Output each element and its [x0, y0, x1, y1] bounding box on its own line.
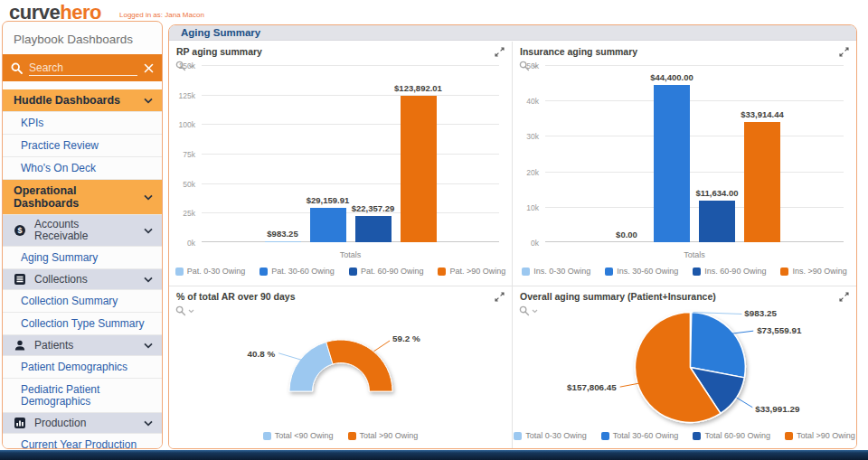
x-axis-label: Totals [545, 250, 844, 259]
sidebar-item-current-year-production[interactable]: Current Year Production [3, 434, 162, 449]
legend-item-pat-60-90-owing[interactable]: Pat. 60-90 Owing [349, 267, 424, 276]
legend-item-ins-0-30-owing[interactable]: Ins. 0-30 Owing [522, 267, 590, 276]
legend-swatch [693, 432, 701, 440]
list-icon [14, 273, 26, 286]
bar-ins-60-90-owing[interactable] [699, 201, 735, 242]
leader-line [373, 341, 390, 352]
y-tick-label: 30k [511, 132, 539, 141]
legend-swatch [349, 268, 357, 276]
y-axis: 0k25k50k75k100k125k150k [169, 65, 197, 242]
gauge-slice-over-90[interactable] [326, 340, 392, 391]
sidebar-item-label: Huddle Dashboards [14, 94, 140, 107]
pie-chart: $983.25 $73,559.91 $33,991.29 $157,806.4… [513, 286, 856, 448]
sidebar-item-patients[interactable]: Patients [3, 335, 162, 356]
gauge-slice-under-90[interactable] [289, 342, 333, 391]
sidebar-item-practice-review[interactable]: Practice Review [3, 135, 162, 157]
search-input[interactable] [29, 60, 137, 76]
sidebar-item-huddle-dashboards[interactable]: Huddle Dashboards [3, 89, 162, 112]
legend-item-pat-0-30-owing[interactable]: Pat. 0-30 Owing [175, 267, 246, 276]
sidebar-item-production[interactable]: Production [3, 413, 162, 434]
legend-swatch [263, 432, 271, 440]
legend-item-pat-90-owing[interactable]: Pat. >90 Owing [438, 267, 505, 276]
panel-insurance-aging-summary: Insurance aging summary 0k10k20k30k40k50… [513, 42, 856, 286]
sidebar-title: Playbook Dashboards [3, 22, 162, 54]
legend-item-total-60-90-owing[interactable]: Total 60-90 Owing [693, 431, 770, 440]
chevron-down-icon [144, 228, 153, 234]
legend-swatch [785, 432, 793, 440]
sidebar-item-collection-summary[interactable]: Collection Summary [3, 290, 162, 313]
legend-swatch [693, 268, 701, 276]
legend-label: Total 60-90 Owing [704, 431, 770, 440]
bar-value-label: $33,914.44 [741, 109, 784, 119]
y-tick-label: 40k [511, 97, 539, 106]
expand-icon[interactable] [495, 47, 505, 57]
leader-line [620, 383, 639, 387]
bar-value-label: $0.00 [616, 230, 637, 239]
y-tick-label: 10k [511, 203, 539, 212]
sidebar-item-label: KPIs [21, 117, 153, 129]
sidebar-item-pediatric-patient-demographics[interactable]: Pediatric Patient Demographics [3, 379, 162, 413]
legend-item-ins-60-90-owing[interactable]: Ins. 60-90 Owing [693, 267, 766, 276]
sidebar-item-kpis[interactable]: KPIs [3, 112, 162, 135]
y-tick-label: 100k [168, 120, 195, 129]
close-icon[interactable] [144, 63, 154, 73]
chart-legend: Total 0-30 OwingTotal 30-60 OwingTotal 6… [513, 431, 856, 440]
bar-pat-90-owing[interactable] [401, 96, 437, 242]
sidebar-item-operational-dashboards[interactable]: Operational Dashboards [3, 180, 162, 215]
bar-ins-90-owing[interactable] [744, 122, 780, 242]
leader-line [732, 331, 754, 333]
pie-label-over-90: $157,806.45 [567, 382, 617, 392]
legend-item-total-90-owing[interactable]: Total >90 Owing [348, 431, 419, 440]
bar-ins-30-60-owing[interactable] [654, 85, 690, 242]
gauge-label-over-90: 59.2 % [392, 333, 420, 343]
sidebar-item-collections[interactable]: Collections [3, 269, 162, 290]
sidebar-item-label: Current Year Production [21, 439, 153, 449]
legend-label: Pat. >90 Owing [449, 267, 505, 276]
chart-legend: Total <90 OwingTotal >90 Owing [169, 431, 512, 440]
chevron-down-icon [144, 420, 153, 427]
svg-text:$: $ [17, 226, 22, 235]
panel-percent-ar-over-90-days: % of total AR over 90 days 40.8 [169, 286, 513, 448]
sidebar-item-collection-type-summary[interactable]: Collection Type Summary [3, 313, 162, 335]
sidebar-item-label: Who's On Deck [21, 163, 153, 174]
legend-label: Ins. 30-60 Owing [617, 267, 678, 276]
legend-label: Total 0-30 Owing [525, 431, 587, 440]
sidebar-item-label: Collections [34, 274, 132, 286]
sidebar-item-label: Accounts Receivable [34, 219, 132, 242]
legend-item-total-90-owing[interactable]: Total <90 Owing [263, 431, 334, 440]
bar-pat-0-30-owing[interactable] [265, 241, 301, 242]
sidebar-item-label: Practice Review [21, 140, 153, 152]
sidebar-item-aging-summary[interactable]: Aging Summary [3, 247, 162, 269]
pie-slice-total-30-60-owing[interactable] [690, 313, 745, 378]
bar-pat-60-90-owing[interactable] [355, 216, 392, 242]
legend-item-ins-30-60-owing[interactable]: Ins. 30-60 Owing [605, 267, 678, 276]
y-tick-label: 125k [168, 91, 195, 100]
bar-value-label: $22,357.29 [352, 203, 395, 213]
sidebar-item-patient-demographics[interactable]: Patient Demographics [3, 356, 162, 379]
bar-slot-ins-60-90-owing: $11,634.00 [699, 65, 735, 242]
bar-slot-pat-0-30-owing: $983.25 [265, 65, 301, 242]
chart-legend: Pat. 0-30 OwingPat. 30-60 OwingPat. 60-9… [169, 267, 512, 276]
y-tick-label: 20k [511, 168, 539, 177]
sidebar-item-label: Production [34, 418, 132, 429]
legend-item-pat-30-60-owing[interactable]: Pat. 30-60 Owing [259, 267, 335, 276]
legend-item-ins-90-owing[interactable]: Ins. >90 Owing [780, 267, 846, 276]
y-tick-label: 0k [511, 239, 539, 248]
sidebar-item-label: Patient Demographics [21, 361, 153, 373]
sidebar-item-who-s-on-deck[interactable]: Who's On Deck [3, 157, 162, 180]
legend-item-total-30-60-owing[interactable]: Total 30-60 Owing [601, 431, 679, 440]
legend-label: Total <90 Owing [275, 431, 334, 440]
panel-title: RP aging summary [176, 46, 262, 57]
dollar-icon: $ [14, 224, 26, 237]
legend-label: Ins. 60-90 Owing [704, 267, 766, 276]
legend-item-total-90-owing[interactable]: Total >90 Owing [785, 431, 855, 440]
bar-slot-pat-90-owing: $123,892.01 [401, 65, 437, 242]
pie-label-0-30: $983.25 [744, 308, 777, 318]
y-axis: 0k10k20k30k40k50k [513, 65, 541, 242]
expand-icon[interactable] [839, 47, 849, 57]
bar-value-label: $44,400.00 [650, 72, 693, 82]
chevron-down-icon [144, 277, 153, 283]
sidebar-item-accounts-receivable[interactable]: $Accounts Receivable [3, 215, 162, 247]
bar-pat-30-60-owing[interactable] [310, 208, 346, 242]
legend-item-total-0-30-owing[interactable]: Total 0-30 Owing [514, 431, 587, 440]
